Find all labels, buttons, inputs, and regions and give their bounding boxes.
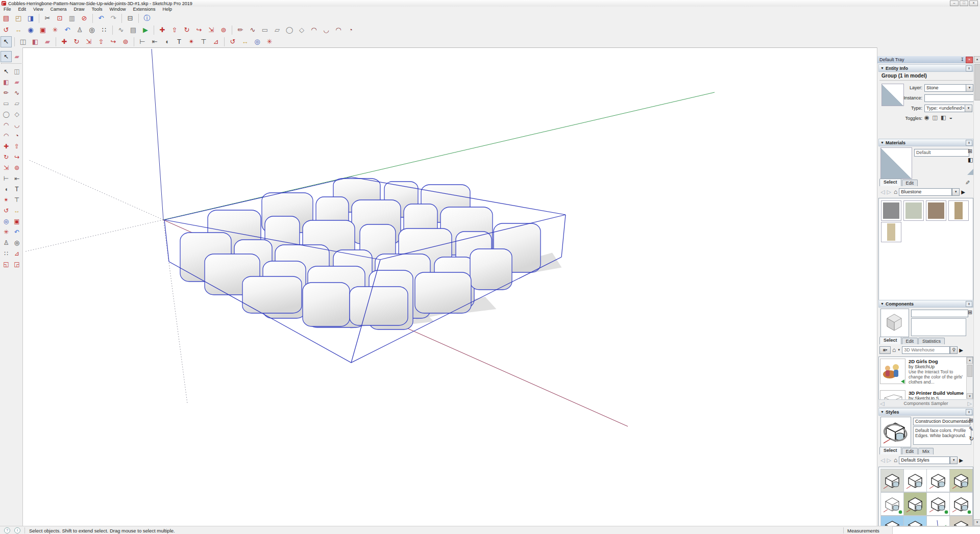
push-pull-tool-icon[interactable]: ⇧: [169, 24, 180, 36]
secondary-pane-icon[interactable]: ⊞: [968, 148, 972, 155]
menu-help[interactable]: Help: [159, 7, 176, 12]
collection-dropdown-arrow-icon[interactable]: ▼: [952, 188, 960, 196]
cast-shadows-icon[interactable]: ◧: [941, 114, 946, 121]
create-style-icon[interactable]: ✎: [969, 426, 973, 433]
materials-close-icon[interactable]: x: [966, 140, 972, 146]
select-tool-icon[interactable]: ↖: [1, 36, 12, 47]
look-around-tool-icon[interactable]: ◎: [11, 237, 22, 248]
context-help-icon[interactable]: ?: [4, 527, 10, 533]
styles-toolbar-tool-icon[interactable]: ▤: [128, 24, 139, 36]
component-list-item[interactable]: 2D Girls Dogby SketchUpUse the Interact …: [880, 359, 965, 388]
rotate-tool-icon[interactable]: ↻: [71, 36, 82, 47]
three-d-text-tool-icon[interactable]: ⊤: [198, 36, 209, 47]
menu-tools[interactable]: Tools: [88, 7, 106, 12]
tab-materials-edit[interactable]: Edit: [902, 180, 918, 186]
receive-shadows-icon[interactable]: ◒: [949, 114, 952, 121]
polygon-tool-icon[interactable]: ◇: [11, 109, 22, 120]
axes-tool-icon[interactable]: ✴: [186, 36, 197, 47]
zoom-extents-tool-icon[interactable]: ✳: [264, 36, 275, 47]
instance-input[interactable]: [924, 94, 975, 102]
rotate-tool-icon[interactable]: ↻: [181, 24, 192, 36]
make-component-tool-icon[interactable]: ◫: [11, 66, 22, 77]
cobble-block[interactable]: [470, 249, 512, 290]
type-dropdown[interactable]: Type: <undefined>: [924, 105, 968, 112]
style-thumbnail-8[interactable]: [949, 492, 973, 516]
search-icon[interactable]: ⚲: [950, 346, 958, 354]
orbit-tool-icon[interactable]: ↺: [1, 24, 12, 36]
eraser-tool-icon[interactable]: ▰: [42, 36, 53, 47]
pin-icon[interactable]: ↧: [960, 57, 964, 62]
cobble-block[interactable]: [415, 272, 471, 313]
rotate-tool-icon[interactable]: ↻: [1, 151, 12, 163]
dimension-tool-icon[interactable]: ⇤: [149, 36, 160, 47]
cobble-block[interactable]: [350, 287, 408, 325]
materials-list-area[interactable]: [878, 198, 973, 300]
style-thumbnail-10[interactable]: [903, 516, 927, 526]
style-thumbnail-12[interactable]: [949, 516, 973, 526]
menu-window[interactable]: Window: [106, 7, 129, 12]
pan-tool-icon[interactable]: ↔: [239, 36, 251, 47]
scroll-down-icon[interactable]: ▼: [974, 519, 980, 526]
pan-tool-icon[interactable]: ↔: [11, 205, 22, 216]
pager-forward-icon[interactable]: ▷: [968, 400, 972, 407]
move-tool-icon[interactable]: ✚: [59, 36, 70, 47]
protractor-tool-icon[interactable]: ◖: [161, 36, 173, 47]
style-thumbnail-2[interactable]: [903, 469, 927, 492]
style-thumbnail-5[interactable]: [880, 492, 904, 516]
material-swatch-stone-sage[interactable]: [903, 200, 924, 221]
eraser-tool-icon[interactable]: ▰: [11, 51, 22, 62]
arc-tool-icon[interactable]: ◠: [308, 24, 320, 36]
paste-tool-icon[interactable]: ▥: [66, 13, 78, 24]
three-d-text-tool-icon[interactable]: ⊤: [11, 194, 22, 206]
rectangle-tool-icon[interactable]: ▭: [1, 98, 12, 109]
locked-icon[interactable]: ◫: [933, 114, 938, 121]
line-tool-icon[interactable]: ✏: [235, 24, 246, 36]
zoom-previous-tool-icon[interactable]: ↶: [11, 226, 22, 238]
offset-tool-icon[interactable]: ⊚: [120, 36, 131, 47]
details-arrow-icon[interactable]: ▶: [959, 457, 963, 463]
forward-arrow-icon[interactable]: ▷: [887, 189, 891, 195]
rotated-rectangle-tool-icon[interactable]: ▱: [272, 24, 283, 36]
scale-tool-icon[interactable]: ⇲: [83, 36, 94, 47]
tab-components-statistics[interactable]: Statistics: [918, 338, 945, 344]
style-thumbnail-7[interactable]: [926, 492, 950, 516]
close-button[interactable]: ×: [969, 1, 978, 6]
zoom-extents-tool-icon[interactable]: ✳: [1, 226, 12, 238]
offset-tool-icon[interactable]: ⊚: [11, 162, 22, 173]
scrollbar-thumb[interactable]: [974, 64, 980, 100]
erase-tool-icon[interactable]: ⊘: [79, 13, 90, 24]
tape-measure-tool-icon[interactable]: ⊢: [1, 173, 12, 184]
in-model-dropdown-arrow-icon[interactable]: ▼: [897, 348, 900, 351]
styles-close-icon[interactable]: x: [966, 409, 972, 415]
make-component-tool-icon[interactable]: ◫: [17, 36, 29, 47]
home-icon[interactable]: ⌂: [894, 456, 897, 464]
scroll-up-icon[interactable]: ▲: [967, 357, 973, 364]
eyedropper-icon[interactable]: ✎: [965, 180, 970, 186]
redo-tool-icon[interactable]: ↷: [108, 13, 119, 24]
scroll-up-icon[interactable]: ▲: [974, 56, 980, 63]
material-swatch-stone-beige[interactable]: [881, 222, 901, 242]
menu-draw[interactable]: Draw: [70, 7, 88, 12]
styles-dropdown-arrow-icon[interactable]: ▼: [950, 456, 958, 464]
styles-header[interactable]: ▼ Styles x: [878, 408, 973, 416]
layer-dropdown-arrow-icon[interactable]: ▼: [966, 84, 973, 92]
section-fill-tool-icon[interactable]: ◲: [11, 259, 22, 270]
freehand-tool-icon[interactable]: ∿: [247, 24, 258, 36]
save-tool-icon[interactable]: ◨: [25, 13, 36, 24]
zoom-tool-icon[interactable]: ◎: [1, 216, 12, 227]
model-viewport[interactable]: [23, 47, 877, 526]
entity-info-header[interactable]: ▼ Entity Info x: [878, 64, 973, 72]
collection-dropdown[interactable]: Bluestone: [899, 188, 952, 196]
freehand-tool-icon[interactable]: ∿: [11, 87, 22, 98]
zoom-window-tool-icon[interactable]: ▣: [37, 24, 48, 36]
tray-title-bar[interactable]: Default Tray ↧ ×: [877, 56, 973, 63]
pan-tool-icon[interactable]: ↔: [13, 24, 24, 36]
components-header[interactable]: ▼ Components x: [878, 300, 973, 308]
style-thumbnail-1[interactable]: [880, 469, 904, 492]
menu-camera[interactable]: Camera: [46, 7, 70, 12]
pager-back-icon[interactable]: ◁: [880, 400, 884, 407]
collapse-triangle-icon[interactable]: ▼: [880, 141, 884, 144]
undo-tool-icon[interactable]: ↶: [95, 13, 107, 24]
scrollbar-thumb[interactable]: [967, 365, 972, 377]
copy-tool-icon[interactable]: ⊡: [54, 13, 65, 24]
